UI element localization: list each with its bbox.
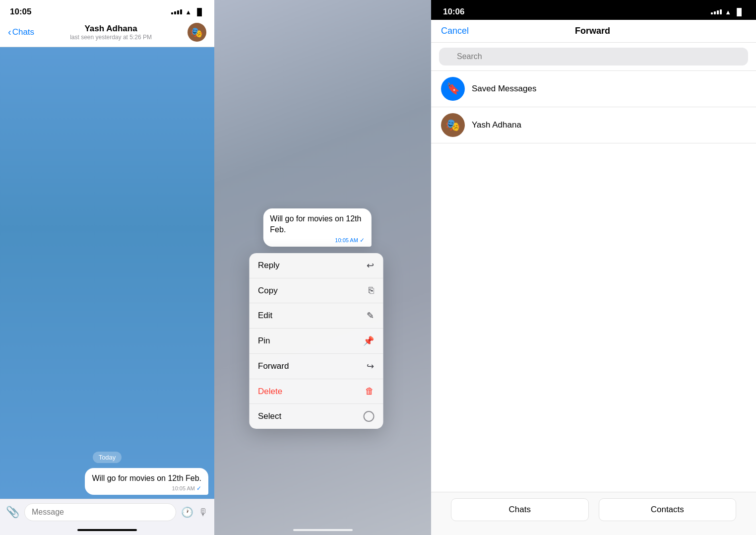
contact-item-saved[interactable]: 🔖 Saved Messages: [431, 71, 756, 107]
contact-status: last seen yesterday at 5:26 PM: [70, 34, 152, 41]
yash-avatar: 🎭: [441, 113, 465, 137]
forward-label: Forward: [258, 361, 289, 371]
chat-nav-bar: ‹ Chats Yash Adhana last seen yesterday …: [0, 20, 214, 47]
contact-item-yash[interactable]: 🎭 Yash Adhana: [431, 107, 756, 143]
status-time: 10:05: [10, 7, 31, 17]
message-time: 10:05 AM: [172, 485, 195, 491]
status-icons-3: ▲ ▐▌: [711, 8, 744, 16]
search-bar: 🔍: [431, 43, 756, 71]
select-icon: [363, 411, 374, 422]
forward-screen: 10:06 ▲ ▐▌ Cancel Forward 🔍 🔖: [431, 0, 756, 535]
message-meta: 10:05 AM ✓: [92, 485, 201, 492]
message-text: Will go for movies on 12th Feb.: [92, 474, 201, 482]
home-indicator: [77, 529, 137, 531]
chat-background: Today Will go for movies on 12th Feb. 10…: [0, 47, 214, 499]
context-menu-copy[interactable]: Copy ⎘: [249, 278, 383, 303]
input-icons: 🕐 🎙: [181, 506, 208, 518]
attach-button[interactable]: 📎: [6, 506, 19, 519]
reply-icon: ↩: [367, 260, 374, 271]
status-time-3: 10:06: [443, 7, 464, 17]
message-bubble[interactable]: Will go for movies on 12th Feb. 10:05 AM…: [85, 468, 208, 495]
context-menu-select[interactable]: Select: [249, 404, 383, 429]
search-input[interactable]: [439, 48, 748, 66]
context-menu-pin[interactable]: Pin 📌: [249, 329, 383, 354]
yash-name: Yash Adhana: [472, 120, 521, 130]
saved-messages-name: Saved Messages: [472, 84, 536, 94]
saved-messages-avatar: 🔖: [441, 77, 465, 101]
context-menu-forward[interactable]: Forward ↪: [249, 354, 383, 379]
back-button[interactable]: ‹ Chats: [8, 27, 34, 38]
delete-label: Delete: [258, 387, 282, 397]
edit-icon: ✎: [367, 310, 374, 321]
status-bar: 10:05 ▲ ▐▌: [0, 0, 214, 20]
context-menu: Reply ↩ Copy ⎘ Edit ✎ Pin 📌 Forward ↪ De…: [249, 253, 383, 429]
avatar[interactable]: 🎭: [188, 23, 206, 42]
forward-nav-bar: Cancel Forward: [431, 20, 756, 43]
yash-avatar-emoji: 🎭: [445, 118, 460, 132]
contact-list: 🔖 Saved Messages 🎭 Yash Adhana: [431, 71, 756, 492]
message-meta-preview: 10:05 AM ✓: [270, 237, 365, 244]
signal-icon: [171, 9, 182, 14]
edit-label: Edit: [258, 311, 272, 321]
status-icons: ▲ ▐▌: [171, 8, 204, 16]
search-wrapper: 🔍: [439, 48, 748, 66]
cancel-button[interactable]: Cancel: [441, 26, 469, 36]
chat-info: Yash Adhana last seen yesterday at 5:26 …: [70, 24, 152, 41]
status-bar-3: 10:06 ▲ ▐▌: [431, 0, 756, 20]
battery-icon-3: ▐▌: [734, 8, 744, 16]
delete-icon: 🗑: [365, 386, 374, 397]
wifi-icon-3: ▲: [725, 8, 731, 16]
message-bubble-preview: Will go for movies on 12th Feb. 10:05 AM…: [263, 208, 372, 247]
message-time-preview: 10:05 AM: [335, 237, 358, 243]
copy-label: Copy: [258, 286, 278, 296]
context-menu-screen: Will go for movies on 12th Feb. 10:05 AM…: [214, 0, 431, 535]
chat-screen: 10:05 ▲ ▐▌ ‹ Chats Yash Adhana last seen…: [0, 0, 214, 535]
check-icon: ✓: [196, 485, 201, 492]
back-label[interactable]: Chats: [12, 27, 34, 37]
wifi-icon: ▲: [185, 8, 191, 16]
forward-title: Forward: [575, 26, 610, 36]
reply-label: Reply: [258, 261, 279, 270]
pin-label: Pin: [258, 336, 270, 346]
contacts-tab[interactable]: Contacts: [599, 498, 737, 521]
check-icon-preview: ✓: [360, 237, 365, 244]
context-menu-delete[interactable]: Delete 🗑: [249, 379, 383, 404]
bottom-tabs: Chats Contacts: [431, 492, 756, 535]
contact-name: Yash Adhana: [84, 24, 137, 34]
signal-icon-3: [711, 9, 722, 14]
forward-icon: ↪: [367, 361, 374, 372]
voice-icon[interactable]: 🎙: [198, 507, 208, 518]
copy-icon: ⎘: [369, 285, 374, 296]
context-menu-edit[interactable]: Edit ✎: [249, 303, 383, 329]
context-menu-reply[interactable]: Reply ↩: [249, 253, 383, 278]
avatar-emoji: 🎭: [190, 26, 203, 38]
chevron-left-icon: ‹: [8, 26, 11, 38]
select-label: Select: [258, 411, 281, 421]
chats-tab[interactable]: Chats: [451, 498, 589, 521]
bookmark-icon: 🔖: [446, 82, 460, 95]
battery-icon: ▐▌: [194, 8, 204, 16]
message-text-preview: Will go for movies on 12th Feb.: [270, 214, 361, 234]
pin-icon: 📌: [363, 335, 374, 346]
date-badge: Today: [93, 452, 122, 463]
home-indicator-2: [293, 529, 353, 531]
sticker-icon[interactable]: 🕐: [181, 506, 193, 518]
message-input[interactable]: [24, 503, 176, 521]
